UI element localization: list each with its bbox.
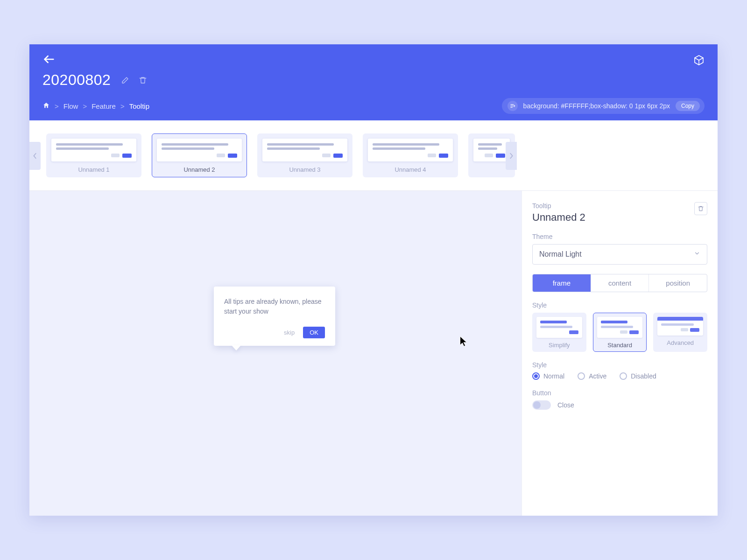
radio-active[interactable]: Active — [578, 372, 606, 380]
code-icon — [507, 101, 518, 111]
breadcrumb-feature[interactable]: Feature — [92, 102, 116, 110]
button-label: Button — [532, 389, 707, 397]
close-toggle-label: Close — [557, 401, 574, 409]
package-icon[interactable] — [693, 55, 705, 66]
close-toggle[interactable] — [532, 400, 551, 410]
skip-link[interactable]: skip — [284, 329, 295, 336]
state-label: Style — [532, 361, 707, 369]
breadcrumb: > Flow > Feature > Tooltip — [42, 102, 149, 111]
breadcrumb-current: Tooltip — [129, 102, 149, 110]
thumbnail-label: Unnamed 2 — [157, 166, 242, 173]
radio-icon — [532, 372, 540, 380]
tab-frame[interactable]: frame — [533, 274, 591, 292]
style-label: Style — [532, 301, 707, 309]
next-arrow-icon[interactable] — [506, 142, 517, 170]
radio-icon — [578, 372, 585, 380]
edit-icon[interactable] — [121, 76, 129, 84]
thumbnail-label: Unnamed 3 — [262, 166, 347, 173]
theme-value: Normal Light — [539, 250, 582, 259]
delete-button[interactable] — [694, 202, 707, 215]
thumbnail-unnamed-3[interactable]: Unnamed 3 — [257, 133, 352, 177]
object-name: Unnamed 2 — [532, 211, 585, 224]
tab-content[interactable]: content — [591, 274, 649, 292]
theme-select[interactable]: Normal Light — [532, 244, 707, 265]
style-simplify[interactable]: Simplify — [532, 313, 586, 352]
canvas[interactable]: All tips are already known, please start… — [29, 191, 521, 516]
tooltip-preview[interactable]: All tips are already known, please start… — [214, 287, 335, 346]
cursor-icon — [459, 336, 468, 350]
thumbnail-unnamed-1[interactable]: Unnamed 1 — [46, 133, 141, 177]
home-icon[interactable] — [42, 102, 50, 111]
ok-button[interactable]: OK — [303, 327, 325, 338]
header: 20200802 > Flow > Feature > Toolti — [29, 44, 718, 120]
css-snippet-text: background: #FFFFFF;box-shadow: 0 1px 6p… — [523, 102, 670, 110]
properties-panel: Tooltip Unnamed 2 Theme Normal Light fra… — [521, 191, 718, 516]
copy-button[interactable]: Copy — [676, 101, 700, 111]
theme-label: Theme — [532, 233, 707, 240]
panel-eyebrow: Tooltip — [532, 202, 585, 210]
prev-arrow-icon[interactable] — [29, 142, 41, 170]
chevron-down-icon — [694, 250, 700, 259]
style-advanced[interactable]: Advanced — [653, 313, 707, 352]
page-title: 20200802 — [42, 71, 111, 89]
style-standard[interactable]: Standard — [593, 313, 647, 352]
section-tabs: frame content position — [532, 274, 707, 292]
thumbnail-unnamed-2[interactable]: Unnamed 2 — [152, 133, 247, 177]
thumbnail-label: Unnamed 1 — [51, 166, 136, 173]
tab-position[interactable]: position — [649, 274, 707, 292]
thumbnail-strip: Unnamed 1 Unnamed 2 Unnamed 3 Unnamed 4 — [29, 120, 718, 191]
radio-disabled[interactable]: Disabled — [620, 372, 656, 380]
radio-normal[interactable]: Normal — [532, 372, 564, 380]
tooltip-text: All tips are already known, please start… — [224, 297, 325, 316]
app-frame: 20200802 > Flow > Feature > Toolti — [29, 44, 718, 516]
breadcrumb-flow[interactable]: Flow — [63, 102, 78, 110]
thumbnail-unnamed-4[interactable]: Unnamed 4 — [363, 133, 458, 177]
thumbnail-label: Unnamed 4 — [368, 166, 453, 173]
radio-icon — [620, 372, 627, 380]
back-arrow-icon[interactable] — [42, 53, 56, 66]
css-snippet-pill: background: #FFFFFF;box-shadow: 0 1px 6p… — [502, 98, 705, 114]
trash-icon[interactable] — [139, 76, 147, 84]
